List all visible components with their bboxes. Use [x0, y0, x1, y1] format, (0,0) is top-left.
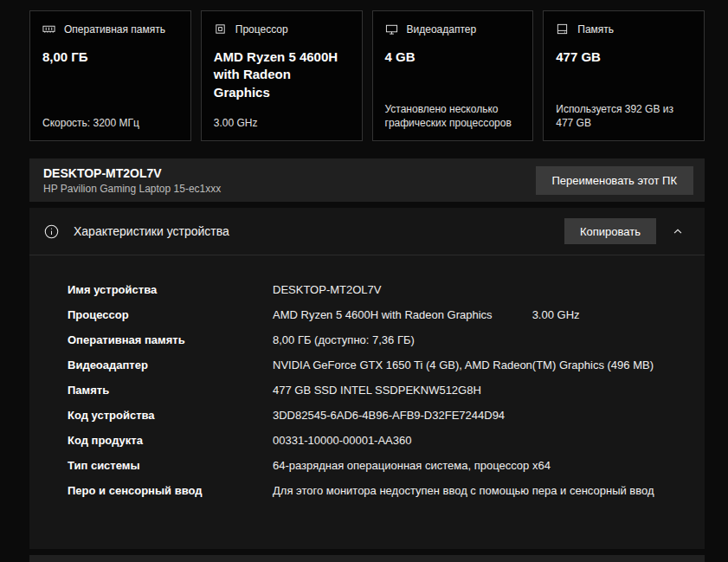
- card-title: Память: [577, 23, 614, 36]
- card-value: 477 GB: [556, 48, 692, 66]
- device-name: DESKTOP-MT2OL7V: [43, 166, 221, 180]
- spec-row-device-id: Код устройства 3DD82545-6AD6-4B96-AFB9-D…: [68, 407, 673, 424]
- device-specs-panel: Характеристики устройства Копировать Имя…: [29, 208, 705, 549]
- spec-value: Для этого монитора недоступен ввод с пом…: [273, 482, 673, 500]
- spec-label: Имя устройства: [68, 281, 273, 299]
- specs-header: Характеристики устройства Копировать: [29, 208, 705, 255]
- spec-row-system-type: Тип системы 64-разрядная операционная си…: [68, 457, 673, 475]
- spec-value: 477 GB SSD INTEL SSDPEKNW512G8H: [273, 382, 673, 399]
- card-cpu: Процессор AMD Ryzen 5 4600H with Radeon …: [201, 10, 363, 141]
- spec-value-extra: 3.00 GHz: [532, 308, 580, 321]
- spec-row-gpu: Видеоадаптер NVIDIA GeForce GTX 1650 Ti …: [68, 357, 673, 374]
- gpu-icon: [385, 23, 398, 36]
- next-section-bar[interactable]: [29, 555, 705, 562]
- card-storage: Память 477 GB Используется 392 GB из 477…: [543, 10, 705, 141]
- spec-label: Тип системы: [68, 457, 273, 475]
- card-title: Процессор: [235, 23, 288, 36]
- chevron-up-icon[interactable]: [672, 225, 684, 237]
- card-footer: Скорость: 3200 МГц: [42, 117, 178, 132]
- settings-about-page: Оперативная память 8,00 ГБ Скорость: 320…: [0, 0, 728, 562]
- card-title: Оперативная память: [64, 23, 165, 36]
- card-footer: Установлено несколько графических процес…: [385, 103, 521, 132]
- spec-value: 3DD82545-6AD6-4B96-AFB9-D32FE7244D94: [273, 407, 673, 424]
- spec-value-text: AMD Ryzen 5 4600H with Radeon Graphics: [273, 308, 493, 321]
- spec-row-processor: Процессор AMD Ryzen 5 4600H with Radeon …: [68, 307, 673, 324]
- storage-icon: [556, 23, 569, 36]
- spec-row-device-name: Имя устройства DESKTOP-MT2OL7V: [68, 281, 673, 299]
- ram-icon: [42, 23, 55, 36]
- spec-value: 64-разрядная операционная система, проце…: [273, 457, 673, 475]
- card-footer: Используется 392 GB из 477 GB: [556, 103, 692, 132]
- spec-label: Оперативная память: [68, 332, 273, 349]
- spec-value: 00331-10000-00001-AA360: [273, 432, 673, 449]
- specs-rows: Имя устройства DESKTOP-MT2OL7V Процессор…: [29, 255, 705, 500]
- spec-value: DESKTOP-MT2OL7V: [273, 281, 673, 299]
- spec-label: Процессор: [68, 307, 273, 324]
- card-title: Видеоадаптер: [407, 23, 477, 36]
- spec-value: 8,00 ГБ (доступно: 7,36 ГБ): [273, 332, 673, 349]
- spec-label: Видеоадаптер: [68, 357, 273, 374]
- spec-label: Перо и сенсорный ввод: [68, 482, 273, 500]
- spec-value: NVIDIA GeForce GTX 1650 Ti (4 GB), AMD R…: [273, 357, 673, 374]
- specs-title: Характеристики устройства: [74, 224, 229, 238]
- card-ram: Оперативная память 8,00 ГБ Скорость: 320…: [29, 10, 191, 141]
- card-value: AMD Ryzen 5 4600H with Radeon Graphics: [214, 48, 350, 101]
- spec-label: Код продукта: [68, 432, 273, 449]
- card-footer: 3.00 GHz: [214, 117, 350, 132]
- rename-pc-button[interactable]: Переименовать этот ПК: [536, 166, 694, 195]
- spec-value: AMD Ryzen 5 4600H with Radeon Graphics3.…: [273, 307, 673, 324]
- spec-label: Память: [68, 382, 273, 399]
- cpu-icon: [214, 23, 227, 36]
- device-model: HP Pavilion Gaming Laptop 15-ec1xxx: [43, 183, 221, 195]
- card-value: 8,00 ГБ: [42, 48, 178, 66]
- info-icon: [44, 224, 59, 239]
- spec-row-storage: Память 477 GB SSD INTEL SSDPEKNW512G8H: [68, 382, 673, 399]
- card-value: 4 GB: [385, 48, 521, 66]
- device-identity: DESKTOP-MT2OL7V HP Pavilion Gaming Lapto…: [43, 166, 221, 195]
- spec-row-ram: Оперативная память 8,00 ГБ (доступно: 7,…: [68, 332, 673, 349]
- spec-row-product-id: Код продукта 00331-10000-00001-AA360: [68, 432, 673, 449]
- spec-label: Код устройства: [68, 407, 273, 424]
- copy-button[interactable]: Копировать: [564, 218, 656, 244]
- summary-cards: Оперативная память 8,00 ГБ Скорость: 320…: [29, 10, 705, 141]
- device-name-bar: DESKTOP-MT2OL7V HP Pavilion Gaming Lapto…: [29, 158, 705, 202]
- card-gpu: Видеоадаптер 4 GB Установлено несколько …: [372, 10, 534, 141]
- spec-row-pen-touch: Перо и сенсорный ввод Для этого монитора…: [68, 482, 673, 500]
